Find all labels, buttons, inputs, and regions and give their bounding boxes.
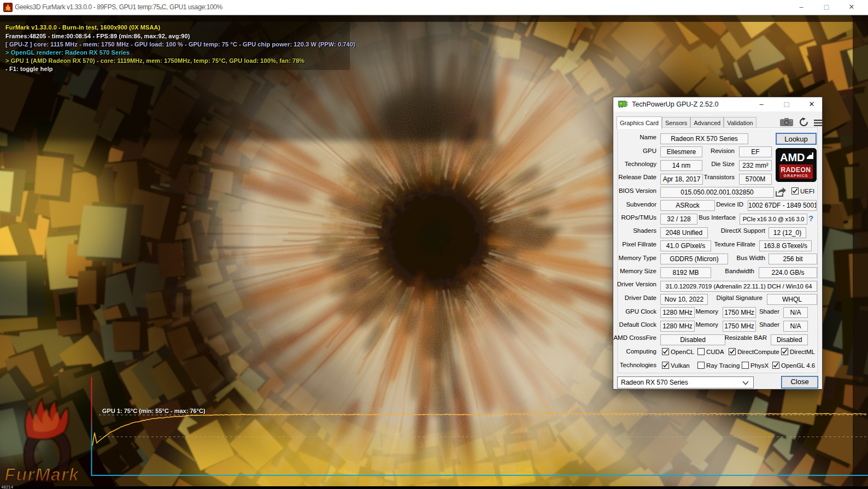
svg-text:RADEON: RADEON [781,166,811,174]
svg-text:FURMARK: FURMARK [4,9,11,11]
svg-text:FurMark: FurMark [4,464,80,485]
svg-text:AMD: AMD [780,151,805,163]
svg-text:GRAPHICS: GRAPHICS [784,174,808,178]
